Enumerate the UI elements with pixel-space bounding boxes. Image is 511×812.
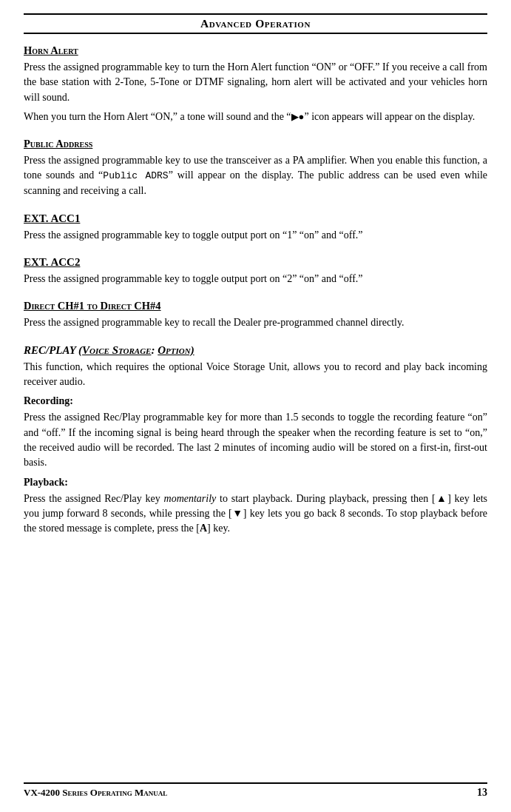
horn-alert-para1: Press the assigned programmable key to t… [24,60,487,105]
up-arrow-key: ▲ [436,493,447,504]
rec-play-heading-end: Option) [158,344,194,356]
direct-ch-heading: Direct CH#1 to Direct CH#4 [24,300,487,312]
rec-play-heading-pre: REC/PLAY ( [24,344,82,356]
footer-right: 13 [477,787,487,799]
horn-alert-heading: Horn Alert [24,44,487,57]
rec-play-para1: This function, which requires the option… [24,360,487,390]
horn-alert-para2-post: ” icon appears will appear on the displa… [304,111,475,122]
playback-para-end: ] key. [207,523,230,534]
public-adrs-mono: Public ADRS [103,170,168,181]
section-ext-acc2: EXT. ACC2 Press the assigned programmabl… [24,256,487,291]
recording-para: Press the assigned Rec/Play programmable… [24,410,487,470]
page-title: Advanced Operation [24,13,487,34]
section-public-address: Public Address Press the assigned progra… [24,138,487,203]
down-arrow-key: ▼ [232,508,243,519]
a-key: A [200,523,207,534]
rec-play-heading: REC/PLAY (Voice Storage: Option) [24,344,487,357]
page: Advanced Operation Horn Alert Press the … [0,0,511,812]
ext-acc2-heading: EXT. ACC2 [24,256,487,269]
section-rec-play: REC/PLAY (Voice Storage: Option) This fu… [24,344,487,541]
horn-alert-para2-pre: When you turn the Horn Alert “ON,” a ton… [24,111,291,122]
rec-play-heading-sep: : [151,344,158,356]
section-direct-ch: Direct CH#1 to Direct CH#4 Press the ass… [24,300,487,335]
footer-left: VX-4200 Series Operating Manual [24,787,167,799]
section-ext-acc1: EXT. ACC1 Press the assigned programmabl… [24,212,487,247]
horn-icon: ▶● [291,111,305,122]
ext-acc1-heading: EXT. ACC1 [24,212,487,225]
ext-acc1-para1: Press the assigned programmable key to t… [24,228,487,243]
direct-ch-para1: Press the assigned programmable key to r… [24,315,487,330]
section-horn-alert: Horn Alert Press the assigned programmab… [24,44,487,129]
ext-acc2-para1: Press the assigned programmable key to t… [24,272,487,286]
playback-para-italic: momentarily [164,493,217,504]
playback-para: Press the assigned Rec/Play key momentar… [24,491,487,537]
public-address-heading: Public Address [24,138,487,150]
rec-play-heading-mid: Voice Storage [82,344,151,356]
playback-para-pre: Press the assigned Rec/Play key [24,493,164,504]
footer: VX-4200 Series Operating Manual 13 [24,782,487,799]
public-address-para1: Press the assigned programmable key to u… [24,153,487,198]
recording-label: Recording: [24,394,487,409]
playback-para-mid: to start playback. During playback, pres… [216,493,435,504]
playback-label: Playback: [24,475,487,490]
horn-alert-para2: When you turn the Horn Alert “ON,” a ton… [24,110,487,124]
